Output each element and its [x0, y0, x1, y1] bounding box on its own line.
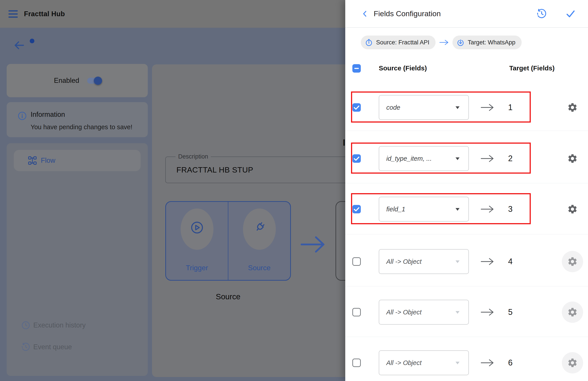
gear-icon [567, 204, 578, 214]
source-field-value: All -> Object [386, 258, 421, 265]
chevron-left-icon[interactable] [361, 10, 369, 18]
gear-icon [567, 256, 578, 267]
flow-icon [27, 156, 37, 165]
description-value: FRACTTAL HB STUP [176, 165, 253, 174]
target-field-number: 5 [504, 308, 517, 317]
restore-history-button[interactable] [536, 8, 547, 19]
indeterminate-minus-icon [352, 64, 361, 73]
info-icon [17, 111, 27, 121]
description-label: Description [175, 153, 211, 160]
row-settings-button[interactable] [562, 97, 583, 118]
mapping-arrow-icon [480, 205, 495, 213]
flow-sidebar: Flow Execution history Event queue [7, 143, 148, 376]
row-settings-button[interactable] [562, 302, 583, 323]
dropdown-caret-icon [456, 260, 460, 263]
confirm-check-button[interactable] [565, 8, 576, 19]
select-all-checkbox[interactable] [352, 64, 361, 73]
source-field-dropdown[interactable]: All -> Object [379, 249, 469, 274]
source-fields-column-header: Source (Fields) [379, 64, 427, 72]
target-field-number: 2 [504, 154, 517, 163]
source-chip-label: Source: Fracttal API [376, 39, 429, 46]
dropdown-caret-icon [456, 311, 460, 314]
source-field-value: All -> Object [386, 309, 421, 316]
field-mapping-row: All -> Object 5 [345, 296, 588, 328]
app-title: Fracttal Hub [24, 10, 65, 18]
source-field-dropdown[interactable]: field_1 [379, 197, 469, 222]
source-field-dropdown[interactable]: id_type_item, ... [379, 146, 469, 171]
row-divider [345, 336, 588, 337]
row-checkbox[interactable] [352, 359, 361, 367]
row-settings-button[interactable] [562, 352, 583, 373]
trigger-label: Trigger [166, 264, 228, 272]
mapping-arrow-icon [480, 308, 495, 316]
history-icon [21, 342, 31, 352]
row-checkbox[interactable] [352, 154, 361, 163]
source-label: Source [228, 264, 290, 272]
check-icon [352, 103, 361, 112]
mapping-arrow-icon [480, 359, 495, 367]
target-chip: Target: WhatsApp [452, 36, 522, 49]
mapping-arrow-icon [480, 103, 495, 112]
source-cell[interactable]: Source [228, 202, 290, 280]
check-icon [352, 205, 361, 213]
row-divider [345, 286, 588, 286]
toggle-thumb [94, 77, 102, 85]
trigger-cell[interactable]: Trigger [166, 202, 228, 280]
row-checkbox[interactable] [352, 205, 361, 213]
plug-icon [252, 220, 267, 235]
gear-icon [567, 153, 578, 164]
dropdown-caret-icon [456, 208, 460, 211]
chip-arrow-icon [439, 39, 449, 46]
enabled-toggle[interactable] [87, 78, 101, 84]
clipped-text-fragment: I [343, 138, 345, 148]
sidebar-item-label: Flow [41, 157, 55, 164]
download-icon [456, 38, 465, 47]
columns-header: Source (Fields) Target (Fields) [345, 64, 588, 73]
enabled-card: Enabled [7, 64, 148, 97]
source-chip: Source: Fracttal API [361, 36, 436, 49]
row-settings-button[interactable] [562, 199, 583, 220]
gear-icon [567, 307, 578, 317]
dropdown-caret-icon [456, 157, 460, 160]
field-mapping-row: All -> Object 4 [345, 246, 588, 278]
hamburger-menu-icon[interactable] [8, 10, 18, 18]
trigger-source-node[interactable]: Trigger Source [165, 201, 291, 281]
sidebar-item-flow[interactable]: Flow [14, 150, 141, 171]
row-settings-button[interactable] [562, 251, 583, 272]
sidebar-item-execution-history[interactable]: Execution history [7, 316, 148, 334]
row-checkbox[interactable] [352, 308, 361, 316]
source-field-value: id_type_item, ... [386, 155, 432, 162]
row-settings-button[interactable] [562, 148, 583, 169]
field-mapping-row: code 1 [345, 91, 588, 123]
information-title: Information [31, 111, 148, 119]
field-mapping-row: All -> Object 6 [345, 347, 588, 379]
dropdown-caret-icon [456, 362, 460, 364]
upload-icon [365, 38, 373, 47]
row-checkbox[interactable] [352, 257, 361, 266]
source-field-dropdown[interactable]: All -> Object [379, 350, 469, 375]
node-caption: Source [165, 292, 291, 301]
target-field-number: 3 [504, 204, 517, 214]
sidebar-item-event-queue[interactable]: Event queue [7, 338, 148, 356]
sidebar-item-label: Event queue [33, 343, 72, 351]
target-chip-label: Target: WhatsApp [468, 39, 515, 46]
target-field-number: 1 [504, 103, 517, 112]
row-divider [345, 131, 588, 131]
flow-connector-arrow-icon [300, 234, 326, 254]
information-card: Information You have pending changes to … [7, 102, 148, 137]
app-root: Fracttal Hub Enabled Information You hav… [0, 0, 588, 381]
play-circle-icon [190, 220, 204, 235]
source-field-value: field_1 [386, 206, 405, 213]
source-field-dropdown[interactable]: All -> Object [379, 300, 469, 325]
row-divider [345, 183, 588, 183]
gear-icon [567, 102, 578, 113]
panel-header: Fields Configuration [345, 0, 588, 28]
sidebar-item-label: Execution history [33, 321, 86, 329]
source-field-dropdown[interactable]: code [379, 95, 469, 120]
back-button[interactable] [13, 40, 29, 53]
clock-icon [21, 320, 31, 330]
dropdown-caret-icon [456, 106, 460, 109]
information-message: You have pending changes to save! [31, 123, 148, 131]
row-divider [345, 234, 588, 234]
row-checkbox[interactable] [352, 103, 361, 112]
